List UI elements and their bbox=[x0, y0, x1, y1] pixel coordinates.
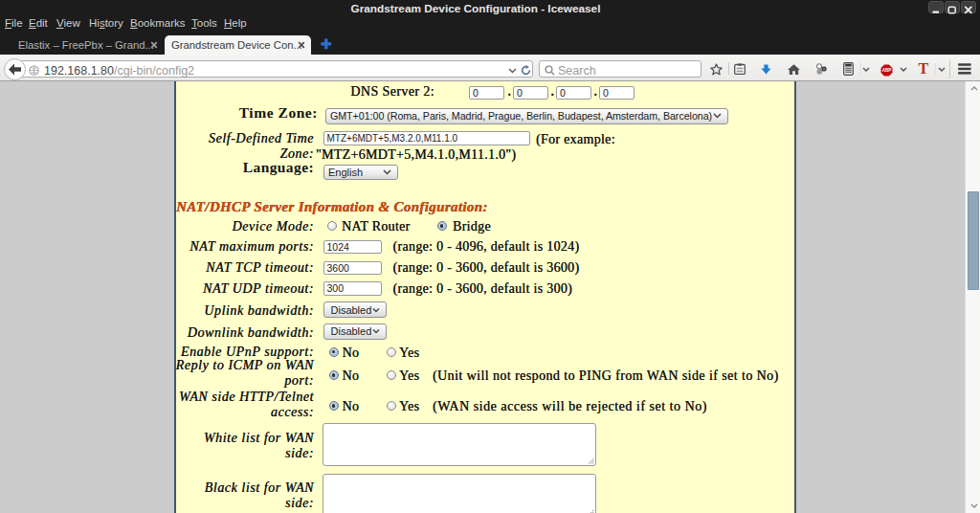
svg-text:ABP: ABP bbox=[881, 68, 891, 73]
